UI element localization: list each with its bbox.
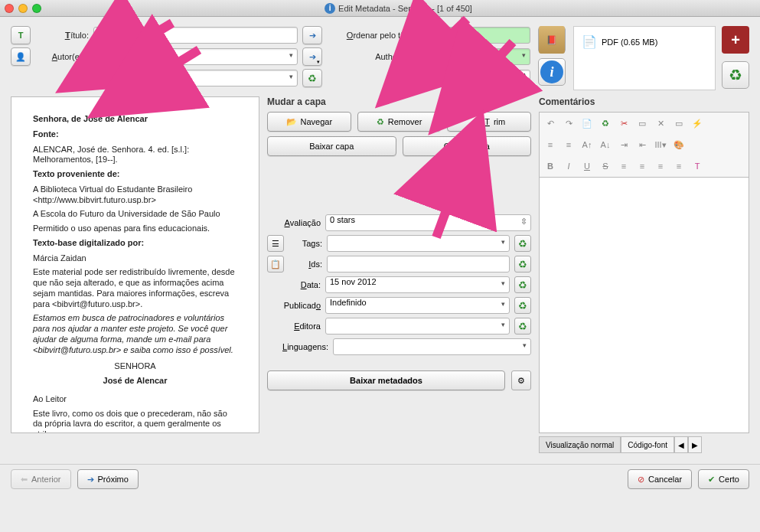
person-icon: 👤: [15, 52, 26, 62]
trim-icon: ▣: [473, 117, 481, 127]
tab-scroll-right[interactable]: ▶: [688, 436, 702, 453]
gear-icon: ⚙: [517, 376, 525, 386]
previous-button[interactable]: ⬅Anterior: [11, 469, 71, 489]
italic-button[interactable]: I: [561, 158, 576, 174]
browse-cover-button[interactable]: 📂Navegar: [267, 112, 351, 132]
clear-tags-button[interactable]: ♻: [514, 235, 531, 252]
clear-publisher-button[interactable]: ♻: [514, 318, 531, 335]
swap-author-button[interactable]: ➔▾: [302, 47, 322, 66]
close-window[interactable]: [5, 4, 14, 13]
select-all-button[interactable]: ▭: [634, 116, 650, 131]
author-input[interactable]: Jose de Alencar: [93, 48, 298, 65]
ids-paste-button[interactable]: 📋: [267, 256, 284, 273]
tags-input[interactable]: [327, 235, 510, 252]
languages-label: Linguagens:: [267, 342, 328, 351]
info-icon: i: [325, 3, 335, 14]
redo-button[interactable]: ↷: [561, 116, 576, 131]
recycle-icon: ♻: [518, 321, 527, 332]
manage-authors-button[interactable]: 👤: [11, 47, 31, 66]
recycle-icon: ♻: [308, 73, 317, 84]
ids-input[interactable]: [327, 256, 510, 273]
tags-editor-button[interactable]: ☰: [267, 235, 284, 252]
zoom-window[interactable]: [32, 4, 41, 13]
open-book-button[interactable]: 📕: [538, 26, 566, 54]
info-button[interactable]: i: [538, 58, 566, 86]
tab-source-view[interactable]: Código-font: [621, 436, 674, 453]
publisher-input[interactable]: [325, 318, 510, 335]
justify-center-button[interactable]: ≡: [634, 158, 650, 174]
remove-format-button[interactable]: ✕: [653, 116, 668, 131]
download-metadata-button[interactable]: Baixar metadados: [267, 370, 505, 390]
ok-button[interactable]: ✔Certo: [698, 469, 749, 489]
series-input[interactable]: [93, 70, 298, 86]
window-controls: [5, 4, 41, 13]
cut-button[interactable]: ✂: [616, 116, 631, 131]
folder-icon: 📂: [286, 117, 297, 127]
copy-button[interactable]: 📄: [579, 116, 595, 131]
clear-ids-button[interactable]: ♻: [514, 256, 531, 273]
minimize-window[interactable]: [18, 4, 28, 13]
languages-input[interactable]: [333, 338, 531, 355]
title-case-button[interactable]: T: [11, 26, 31, 44]
clear-published-button[interactable]: ♻: [514, 297, 531, 314]
format-pdf-item[interactable]: 📄 PDF (0.65 MB): [579, 31, 710, 52]
info-icon: i: [540, 60, 563, 83]
swap-title-button[interactable]: ➔: [302, 26, 322, 44]
justify-full-button[interactable]: ≡: [671, 158, 687, 174]
series-number-input[interactable]: 1,00▴▾: [423, 70, 530, 86]
cancel-button[interactable]: ⊘Cancelar: [628, 469, 692, 489]
bold-button[interactable]: B: [543, 158, 558, 174]
clear-button[interactable]: ▭: [671, 116, 687, 131]
sort-title-label: Ordenar pelo título:: [327, 31, 419, 40]
published-label: Publicado: [267, 301, 321, 310]
comments-toolbar: ↶ ↷ 📄 ♻ ✂ ▭ ✕ ▭ ⚡ ≡ ≡ A↑ A↓ ⇥ ⇤ III▾ 🎨 B: [539, 112, 749, 177]
align-left-button[interactable]: ≡: [543, 137, 558, 152]
author-label: Autor(es):: [35, 52, 89, 61]
remove-cover-button[interactable]: ♻Remover: [357, 112, 442, 132]
strike-button[interactable]: S: [598, 158, 613, 174]
rating-label: Avaliação: [267, 218, 321, 227]
undo-button[interactable]: ↶: [543, 116, 558, 131]
series-label: Série:: [35, 73, 89, 83]
rating-input[interactable]: 0 stars: [325, 214, 531, 231]
publisher-label: Editora: [267, 321, 321, 331]
title-input[interactable]: Senhora: [93, 27, 298, 44]
download-cover-button[interactable]: Baixar capa: [267, 136, 396, 156]
text-icon: T: [18, 31, 24, 40]
tags-label: Tags:: [289, 239, 322, 248]
subscript-button[interactable]: A↓: [598, 137, 613, 152]
format-label: PDF (0.65 MB): [602, 38, 657, 47]
recycle-icon: ♻: [518, 279, 527, 291]
underline-button[interactable]: U: [579, 158, 595, 174]
comments-editor[interactable]: [539, 177, 749, 433]
published-input[interactable]: Indefinido: [325, 297, 510, 314]
superscript-button[interactable]: A↑: [579, 137, 595, 152]
tab-scroll-left[interactable]: ◀: [674, 436, 688, 453]
date-input[interactable]: 15 nov 2012: [325, 276, 510, 293]
indent-button[interactable]: ⇥: [616, 137, 631, 152]
tab-normal-view[interactable]: Visualização normal: [539, 436, 621, 453]
comments-title: Comentários: [539, 96, 749, 107]
trim-cover-button[interactable]: ▣Trim: [447, 112, 531, 132]
align-center-button[interactable]: ≡: [561, 137, 576, 152]
sort-title-input[interactable]: Senhora: [423, 27, 530, 44]
color-button[interactable]: 🎨: [671, 137, 687, 152]
clear-date-button[interactable]: ♻: [514, 276, 531, 293]
add-format-button[interactable]: +: [722, 26, 749, 54]
cover-preview[interactable]: Senhora, de José de Alencar Fonte: ALENC…: [11, 96, 259, 433]
author-sort-input[interactable]: Alencar, Jose de: [423, 48, 530, 65]
font-color-button[interactable]: T: [690, 158, 705, 174]
config-metadata-button[interactable]: ⚙: [511, 370, 531, 390]
justify-left-button[interactable]: ≡: [616, 158, 631, 174]
justify-right-button[interactable]: ≡: [653, 158, 668, 174]
arrow-right-icon: ➔: [309, 52, 316, 62]
paste-button[interactable]: ♻: [598, 116, 613, 131]
window-title: i Edit Metadata - Senhora - [1 of 450]: [41, 3, 755, 14]
next-button[interactable]: ➔Próximo: [77, 469, 139, 489]
outdent-button[interactable]: ⇤: [634, 137, 650, 152]
remove-format-button[interactable]: ♻: [722, 61, 749, 89]
heading-button[interactable]: III▾: [653, 137, 668, 152]
link-button[interactable]: ⚡: [690, 116, 705, 131]
generate-cover-button[interactable]: Gerar capa: [403, 136, 532, 156]
clear-series-button[interactable]: ♻: [302, 69, 322, 87]
